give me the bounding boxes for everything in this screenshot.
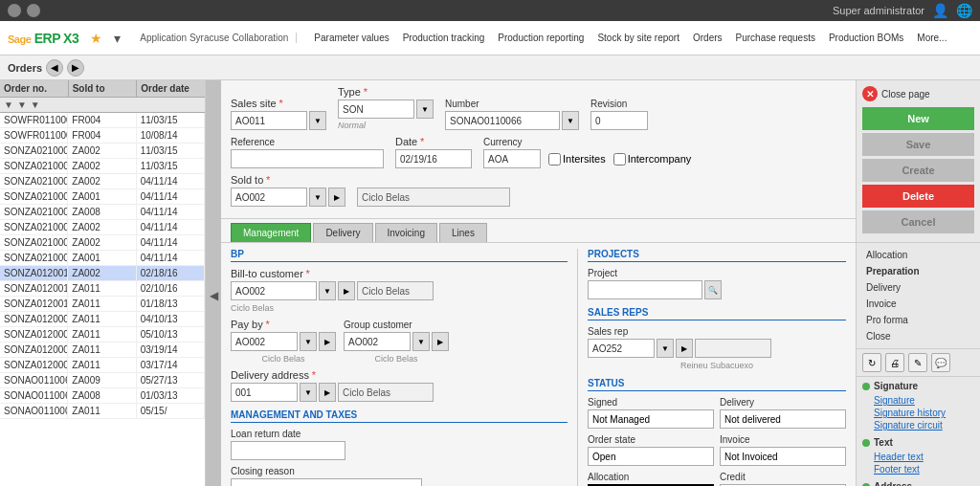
- list-item[interactable]: SONZA0210005 ZA001 04/11/14: [0, 189, 205, 205]
- globe-icon[interactable]: 🌐: [956, 3, 972, 18]
- date-input[interactable]: [395, 149, 472, 168]
- group-customer-input[interactable]: [344, 332, 411, 351]
- bill-to-btn1[interactable]: ▼: [319, 281, 336, 300]
- nav-orders[interactable]: Orders: [687, 31, 728, 45]
- nav-purchase-requests[interactable]: Purchase requests: [730, 31, 821, 45]
- nav-stock-site-report[interactable]: Stock by site report: [591, 31, 685, 45]
- sold-to-input[interactable]: [231, 188, 307, 207]
- nav-production-reporting[interactable]: Production reporting: [492, 31, 590, 45]
- list-item[interactable]: SONZA0210002 ZA002 04/11/14: [0, 235, 205, 251]
- action-invoice[interactable]: Invoice: [862, 296, 974, 312]
- filter-icon-2[interactable]: ▼: [17, 99, 27, 110]
- cancel-button[interactable]: Cancel: [862, 210, 974, 233]
- type-input[interactable]: [338, 99, 414, 119]
- list-item[interactable]: SONZA0120010 ZA011 01/18/13: [0, 297, 205, 312]
- new-button[interactable]: New: [862, 107, 974, 130]
- print-icon[interactable]: 🖨: [885, 353, 904, 372]
- revision-input[interactable]: [590, 111, 648, 130]
- action-delivery[interactable]: Delivery: [862, 279, 974, 296]
- list-item[interactable]: SONZA0210003 ZA002 04/11/14: [0, 220, 205, 235]
- refresh-icon[interactable]: ↻: [862, 353, 881, 372]
- top-icon-2[interactable]: [27, 4, 40, 17]
- sales-rep-btn1[interactable]: ▼: [657, 339, 674, 358]
- reference-input[interactable]: [231, 149, 384, 168]
- close-x-icon[interactable]: ✕: [862, 86, 878, 101]
- tab-invoicing[interactable]: Invoicing: [375, 223, 437, 242]
- list-item[interactable]: SONZA0120009 ZA011 04/10/13: [0, 312, 205, 327]
- sold-to-btn2[interactable]: ▶: [328, 188, 345, 207]
- list-item[interactable]: SONZA0210004 ZA008 04/11/14: [0, 205, 205, 220]
- sold-to-btn1[interactable]: ▼: [309, 188, 326, 207]
- list-item[interactable]: SONAO0110065 ZA009 05/27/13: [0, 373, 205, 388]
- sales-site-btn[interactable]: ▼: [309, 111, 326, 130]
- top-icon-1[interactable]: [8, 4, 21, 17]
- close-page-btn[interactable]: ✕ Close page: [862, 86, 974, 101]
- sales-rep-input[interactable]: [588, 339, 655, 358]
- delivery-addr-btn2[interactable]: ▶: [319, 383, 336, 402]
- chat-icon[interactable]: 💬: [931, 353, 950, 372]
- list-item[interactable]: SONZA0120007 ZA011 03/19/14: [0, 342, 205, 358]
- closing-reason-input[interactable]: [231, 478, 422, 486]
- tab-management[interactable]: Management: [231, 223, 311, 242]
- list-item[interactable]: SONZA0120011 ZA011 02/10/16: [0, 281, 205, 297]
- create-button[interactable]: Create: [862, 159, 974, 182]
- intersites-checkbox[interactable]: [548, 153, 561, 166]
- delivery-address-input[interactable]: [231, 383, 298, 402]
- favorite-star[interactable]: ★: [90, 31, 102, 46]
- nav-production-tracking[interactable]: Production tracking: [397, 31, 491, 45]
- user-icon[interactable]: 👤: [932, 3, 948, 18]
- delivery-addr-btn1[interactable]: ▼: [300, 383, 317, 402]
- tab-delivery[interactable]: Delivery: [313, 223, 372, 242]
- type-btn[interactable]: ▼: [416, 99, 434, 119]
- intercompany-checkbox[interactable]: [613, 153, 626, 166]
- list-item[interactable]: SONZA0120008 ZA011 05/10/13: [0, 327, 205, 342]
- filter-icon-1[interactable]: ▼: [4, 99, 13, 110]
- pay-by-input[interactable]: [231, 332, 298, 351]
- list-item[interactable]: SOWFR0110003 FR004 11/03/15: [0, 113, 205, 128]
- nav-parameter-values[interactable]: Parameter values: [308, 31, 394, 45]
- list-item[interactable]: SONZA0120001 ZA011 03/17/14: [0, 358, 205, 373]
- bill-to-btn2[interactable]: ▶: [338, 281, 355, 300]
- project-btn[interactable]: 🔍: [704, 280, 722, 299]
- list-item[interactable]: SONZA0210008 ZA002 11/03/15: [0, 144, 205, 159]
- number-btn[interactable]: ▼: [562, 111, 579, 130]
- pay-by-btn1[interactable]: ▼: [300, 332, 317, 351]
- action-close[interactable]: Close: [862, 328, 974, 344]
- list-item[interactable]: SONZA0210007 ZA002 11/03/15: [0, 159, 205, 174]
- list-item[interactable]: SONZA0210001 ZA001 04/11/14: [0, 251, 205, 266]
- nav-production-boms[interactable]: Production BOMs: [823, 31, 909, 45]
- action-preparation[interactable]: Preparation: [862, 263, 974, 279]
- list-item[interactable]: SOWFR0110002 FR004 10/08/14: [0, 128, 205, 144]
- action-allocation[interactable]: Allocation: [862, 247, 974, 263]
- nav-next[interactable]: ▶: [67, 59, 84, 77]
- header-text-link[interactable]: Header text: [862, 451, 974, 463]
- nav-more[interactable]: More...: [911, 31, 952, 45]
- number-input[interactable]: [445, 111, 560, 130]
- project-input[interactable]: [588, 280, 702, 299]
- nav-prev[interactable]: ◀: [46, 59, 63, 77]
- sales-rep-btn2[interactable]: ▶: [676, 339, 693, 358]
- collapse-arrow[interactable]: ◀: [206, 80, 221, 486]
- footer-text-link[interactable]: Footer text: [862, 463, 974, 475]
- delete-button[interactable]: Delete: [862, 185, 974, 208]
- signature-history-link[interactable]: Signature history: [862, 407, 974, 419]
- group-customer-btn1[interactable]: ▼: [412, 332, 430, 351]
- action-pro-forma[interactable]: Pro forma: [862, 312, 974, 328]
- signature-circuit-link[interactable]: Signature circuit: [862, 419, 974, 431]
- currency-input[interactable]: [483, 149, 541, 168]
- sales-site-input[interactable]: [231, 111, 307, 130]
- filter-icon-3[interactable]: ▼: [31, 99, 40, 110]
- signature-link[interactable]: Signature: [862, 394, 974, 407]
- list-item[interactable]: SONZA0120012 ZA002 02/18/16: [0, 266, 205, 281]
- list-item[interactable]: SONZA0210006 ZA002 04/11/14: [0, 174, 205, 189]
- bill-to-input[interactable]: [231, 281, 317, 300]
- save-button[interactable]: Save: [862, 133, 974, 156]
- group-customer-btn2[interactable]: ▶: [432, 332, 449, 351]
- list-item[interactable]: SONAO0110064 ZA008 01/03/13: [0, 388, 205, 404]
- loan-return-input[interactable]: [231, 441, 345, 460]
- pay-by-btn2[interactable]: ▶: [319, 332, 336, 351]
- tab-lines[interactable]: Lines: [439, 223, 487, 242]
- list-item[interactable]: SONAO0110003 ZA011 05/15/: [0, 404, 205, 419]
- edit-icon[interactable]: ✎: [908, 353, 927, 372]
- dropdown-icon[interactable]: ▾: [114, 31, 121, 46]
